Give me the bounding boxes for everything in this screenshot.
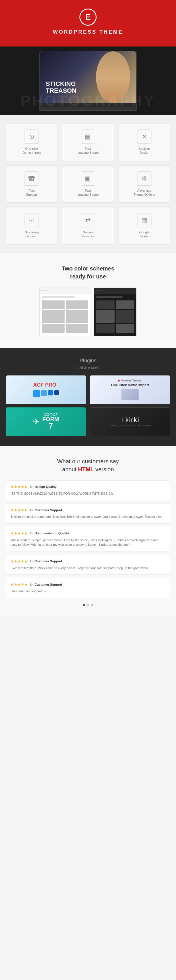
no-coding-label: No codingrequired bbox=[9, 230, 54, 239]
hero-text-line2: TREASON bbox=[46, 87, 77, 94]
review-stars-3: ★★★★★ bbox=[11, 531, 28, 536]
plugin-kirki: ✳ kirki Theming · Customizer Framework bbox=[90, 407, 170, 436]
logo-letter: E bbox=[85, 13, 91, 22]
cf7-form-label: FORM bbox=[42, 416, 59, 422]
review-header-3: ★★★★★ for Documentation Quality bbox=[11, 531, 165, 536]
feature-intuitive-design: ✕ IntuitiveDesign bbox=[118, 124, 170, 161]
scheme-image bbox=[116, 301, 134, 309]
scheme-dot bbox=[42, 290, 43, 291]
review-card-1: ★★★★★ for Design Quality ITS THE MOST AM… bbox=[6, 480, 170, 500]
pagination-dot-3[interactable] bbox=[91, 604, 93, 606]
review-header-4: ★★★★★ for Customer Support bbox=[11, 559, 165, 563]
google-fonts-icon: ▦ bbox=[137, 213, 152, 228]
plugin-one-click-demo: ▶ ProteusThemes One Click Demo Import bbox=[90, 375, 170, 404]
acf-pro-content: ACF PRO bbox=[30, 379, 62, 400]
hero-watermark: PHOTOGRAPHY bbox=[0, 92, 176, 109]
feature-one-click-demo: ⊙ One clickDemo Import bbox=[6, 124, 58, 161]
dark-scheme-content bbox=[94, 294, 136, 336]
review-text-5: Great and fast support :-) bbox=[11, 589, 165, 594]
review-stars-2: ★★★★★ bbox=[11, 508, 28, 512]
review-text-1: ITS THE MOST AMAZING WEBSITE FOR HOW WOR… bbox=[11, 491, 165, 496]
review-card-5: ★★★★★ for Customer Support Great and fas… bbox=[6, 578, 170, 598]
intuitive-design-label: IntuitiveDesign bbox=[122, 146, 167, 155]
review-for-4: for Customer Support bbox=[30, 560, 62, 563]
hero-text-line1: STICKING bbox=[46, 80, 77, 87]
scheme-image bbox=[66, 301, 88, 309]
scheme-image bbox=[42, 310, 65, 323]
header-title: WORDPRESS THEME bbox=[6, 29, 170, 35]
one-click-demo-label: One clickDemo Import bbox=[9, 146, 54, 155]
one-click-demo-plugin-title: One Click Demo Import bbox=[111, 383, 149, 387]
scheme-image bbox=[66, 310, 88, 323]
feature-fast-support: ☎ FastSupport bbox=[6, 165, 58, 203]
no-coding-icon: </> bbox=[24, 213, 39, 228]
scheme-dot bbox=[44, 290, 45, 291]
fast-loading-2-label: FastLoading Speed bbox=[65, 189, 110, 197]
review-text-4: Excellent template. Works fine on every … bbox=[11, 566, 165, 571]
feature-google-fonts: ▦ GoogleFonts bbox=[118, 207, 170, 245]
hero-overlay-text: STICKING TREASON bbox=[46, 80, 77, 94]
review-for-2: for Customer Support bbox=[30, 508, 62, 512]
light-scheme-header bbox=[40, 288, 91, 294]
review-stars-1: ★★★★★ bbox=[11, 485, 28, 489]
review-text-3: Just a modern, simple, perfect theme. Ex… bbox=[11, 538, 165, 547]
scheme-dot bbox=[101, 290, 102, 291]
reviews-highlight: HTML bbox=[78, 466, 94, 473]
scheme-image bbox=[116, 310, 134, 323]
scheme-image bbox=[116, 324, 134, 332]
review-card-4: ★★★★★ for Customer Support Excellent tem… bbox=[6, 555, 170, 575]
plugin-acf-pro: ACF PRO bbox=[6, 375, 86, 404]
light-scheme-preview bbox=[40, 288, 91, 336]
plugin-contact-form-7: ✈ CONTACT FORM 7 bbox=[6, 407, 86, 436]
plugins-grid: ACF PRO ▶ ProteusThemes One Click Demo I… bbox=[6, 375, 170, 436]
fast-loading-1-icon: ▤ bbox=[81, 129, 95, 144]
review-text-2: They're the best around here. They took … bbox=[11, 514, 165, 519]
scheme-image bbox=[42, 324, 65, 332]
dark-scheme-preview bbox=[94, 288, 136, 336]
scheme-image bbox=[96, 324, 115, 332]
advanced-theme-icon: ⚙ bbox=[137, 172, 152, 186]
one-click-demo-icon: ⊙ bbox=[24, 129, 39, 144]
cf7-text-block: CONTACT FORM 7 bbox=[42, 413, 59, 430]
one-click-demo-content: ▶ ProteusThemes One Click Demo Import bbox=[108, 376, 152, 403]
plugins-section: Plugins that are used ACF PRO ▶ Proteu bbox=[0, 348, 176, 446]
color-schemes-preview bbox=[6, 288, 170, 336]
review-stars-5: ★★★★★ bbox=[11, 582, 28, 587]
scheme-dot bbox=[96, 290, 97, 291]
cf7-content: ✈ CONTACT FORM 7 bbox=[33, 413, 59, 430]
feature-fast-loading-2: ▣ FastLoading Speed bbox=[62, 165, 114, 203]
review-card-3: ★★★★★ for Documentation Quality Just a m… bbox=[6, 527, 170, 552]
pagination-dot-1[interactable] bbox=[83, 604, 85, 606]
hero-section: STICKING TREASON PHOTOGRAPHY bbox=[0, 46, 176, 115]
pagination-dot-2[interactable] bbox=[87, 604, 89, 606]
feature-advanced-theme: ⚙ AdvancedTheme Options bbox=[118, 165, 170, 203]
cf7-number: 7 bbox=[42, 422, 59, 430]
reviews-section-title: What our customers say about HTML versio… bbox=[6, 457, 170, 473]
scheme-dot bbox=[46, 290, 48, 291]
color-schemes-title: Two color schemesready for use bbox=[6, 264, 170, 280]
fast-support-label: FastSupport bbox=[9, 189, 54, 197]
scheme-image bbox=[66, 324, 88, 332]
light-scheme-content bbox=[40, 294, 91, 336]
kirki-tagline: Theming · Customizer Framework bbox=[109, 424, 152, 427]
scheme-title-bar bbox=[42, 296, 74, 298]
review-for-5: for Customer Support bbox=[30, 583, 62, 586]
acf-pro-logo: ACF PRO bbox=[33, 382, 59, 388]
scheme-image bbox=[96, 301, 115, 309]
pagination bbox=[6, 604, 170, 606]
fast-support-icon: ☎ bbox=[24, 172, 39, 186]
color-schemes-section: Two color schemesready for use bbox=[0, 253, 176, 348]
review-for-1: for Design Quality bbox=[30, 485, 56, 488]
features-section: ⊙ One clickDemo Import ▤ FastLoading Spe… bbox=[0, 115, 176, 253]
advanced-theme-label: AdvancedTheme Options bbox=[122, 189, 167, 197]
plugins-subtitle: that are used bbox=[6, 365, 170, 370]
review-card-2: ★★★★★ for Customer Support They're the b… bbox=[6, 504, 170, 523]
intuitive-design-icon: ✕ bbox=[137, 129, 152, 144]
cf7-plane-icon: ✈ bbox=[33, 417, 40, 426]
google-fonts-label: GoogleFonts bbox=[122, 230, 167, 239]
review-stars-4: ★★★★★ bbox=[11, 559, 28, 563]
kirki-logo-row: ✳ kirki bbox=[109, 416, 152, 424]
review-header-2: ★★★★★ for Customer Support bbox=[11, 508, 165, 512]
scheme-image bbox=[42, 301, 65, 309]
reviews-section: What our customers say about HTML versio… bbox=[0, 446, 176, 617]
